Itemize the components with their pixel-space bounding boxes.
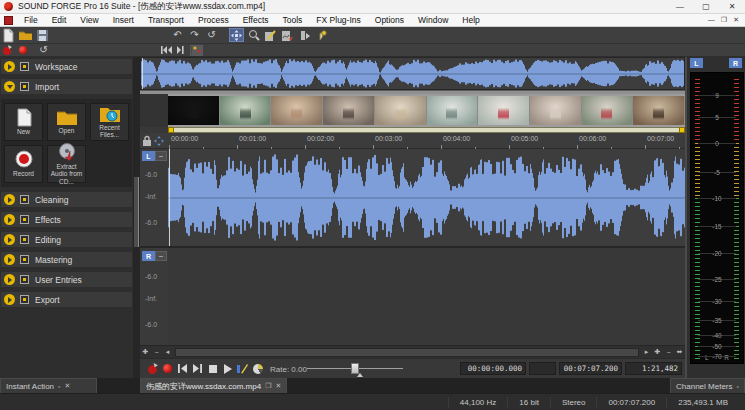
expand-icon[interactable] [4,214,15,225]
loop-playback-icon[interactable]: ↺ [37,45,50,56]
child-restore-button[interactable]: ❐ [721,16,727,24]
level-meter[interactable]: L R 950-5-10-15-20-25-30-35-40-50-70 [690,72,744,364]
zoom-fit-icon[interactable]: ⬌ [674,347,685,358]
sidebar-section-workspace[interactable]: Workspace [1,59,132,74]
close-icon[interactable]: ✕ [65,382,71,390]
redo-button[interactable]: ↷ [187,28,202,42]
touch-tool-icon[interactable] [314,28,329,42]
horizontal-scrollbar[interactable]: ✚ − ◂ ▸ ✚ − ⬌ [140,345,685,358]
play-button[interactable] [221,362,234,375]
pin-icon[interactable]: ▫ [58,383,60,390]
envelope-tool-icon[interactable] [280,28,295,42]
video-thumbnail [168,96,220,125]
go-to-end-icon[interactable] [175,45,188,56]
menu-effects[interactable]: Effects [236,14,276,26]
save-button[interactable] [35,28,50,42]
time-ruler[interactable]: 00:00:0000:01:0000:02:0000:03:0000:04:00… [140,133,685,149]
sidebar-scrollbar[interactable] [133,57,140,378]
right-channel-button[interactable]: R [142,251,155,261]
tab-document[interactable]: 伤感的安详www.ssdax.com.mp4 ❐ ✕ [140,378,287,393]
expand-icon[interactable] [4,274,15,285]
overview-waveform[interactable] [140,57,685,90]
child-minimize-button[interactable]: — [708,16,715,24]
sidebar-section-effects[interactable]: Effects [1,212,132,227]
menu-window[interactable]: Window [411,14,455,26]
selection-time-field[interactable] [529,362,556,375]
minimize-button[interactable]: — [667,0,693,13]
zoom-in-icon[interactable]: ✚ [140,347,151,358]
go-to-start-icon[interactable] [160,45,173,56]
right-channel-waveform[interactable] [168,149,685,246]
record-button[interactable] [161,362,174,375]
zoom-in-time-icon[interactable]: ✚ [652,347,663,358]
new-file-button[interactable] [1,28,16,42]
sidebar-section-import[interactable]: Import [1,79,132,94]
action-record[interactable]: Record [4,145,43,183]
tab-channel-meters[interactable]: Channel Meters ▫ [670,378,745,393]
right-channel-minimize-button[interactable]: − [155,251,167,261]
expand-icon[interactable] [4,254,15,265]
child-close-button[interactable]: ✕ [733,16,739,24]
record-remote-button[interactable] [146,362,159,375]
menu-options[interactable]: Options [368,14,411,26]
expand-icon[interactable] [4,294,15,305]
next-button[interactable] [191,362,204,375]
rate-slider[interactable] [307,362,403,375]
sidebar-section-mastering[interactable]: Mastering [1,252,132,267]
menu-file[interactable]: File [17,14,45,26]
menu-help[interactable]: Help [455,14,486,26]
maximize-button[interactable]: ▢ [693,0,719,13]
plugin-chain-icon[interactable] [190,45,203,56]
sidebar-section-cleaning[interactable]: Cleaning [1,192,132,207]
menu-process[interactable]: Process [191,14,236,26]
scroll-left-icon[interactable]: ◂ [162,347,173,358]
pin-icon[interactable]: ▫ [737,383,739,390]
event-tool-icon[interactable] [297,28,312,42]
left-channel-button[interactable]: L [142,151,155,161]
close-button[interactable]: ✕ [719,0,745,13]
stop-button[interactable] [206,362,219,375]
expand-icon[interactable] [4,234,15,245]
zoom-out-time-icon[interactable]: − [663,347,674,358]
pan-icon[interactable] [154,136,164,146]
left-channel-minimize-button[interactable]: − [155,151,167,161]
loop-mode-button[interactable] [251,362,264,375]
sidebar-section-editing[interactable]: Editing [1,232,132,247]
action-new[interactable]: New [4,103,43,141]
sidebar-section-user-entries[interactable]: User Entries [1,272,132,287]
record-remote-icon[interactable] [1,45,14,56]
zoom-out-icon[interactable]: − [151,347,162,358]
pencil-tool-icon[interactable] [263,28,278,42]
record-icon[interactable] [16,45,29,56]
sidebar-section-export[interactable]: Export [1,292,132,307]
menu-fx-plug-ins[interactable]: FX Plug-Ins [309,14,367,26]
meter-right-button[interactable]: R [729,58,742,68]
restore-icon[interactable]: ❐ [265,382,271,390]
close-icon[interactable]: ✕ [275,382,281,390]
expand-icon[interactable] [4,61,15,72]
menu-view[interactable]: View [73,14,105,26]
lock-icon[interactable] [143,136,151,146]
end-time-field[interactable]: 00:07:07.200 [559,362,622,375]
magnify-tool-icon[interactable] [246,28,261,42]
action-recent-files[interactable]: Recent Files... [90,103,129,141]
open-file-button[interactable] [18,28,33,42]
tab-instant-action[interactable]: Instant Action ▫ ✕ [0,378,97,393]
menu-edit[interactable]: Edit [45,14,74,26]
scrollbar-thumb[interactable] [175,348,639,357]
menu-transport[interactable]: Transport [141,14,191,26]
expand-icon[interactable] [4,194,15,205]
sample-count-field[interactable]: 1:21,482 [625,362,682,375]
previous-button[interactable] [176,362,189,375]
menu-insert[interactable]: Insert [106,14,141,26]
normal-edit-tool-icon[interactable] [229,28,244,42]
scroll-right-icon[interactable]: ▸ [641,347,652,358]
collapse-icon[interactable] [4,81,15,92]
meter-left-button[interactable]: L [690,58,703,68]
undo-button[interactable]: ↶ [170,28,185,42]
repeat-button[interactable]: ↺ [204,28,219,42]
cursor-time-field[interactable]: 00:00:00.000 [460,362,526,375]
action-open[interactable]: Open [47,103,86,141]
menu-tools[interactable]: Tools [276,14,310,26]
action-extract-audio-from-cd[interactable]: Extract Audio from CD... [47,145,86,183]
